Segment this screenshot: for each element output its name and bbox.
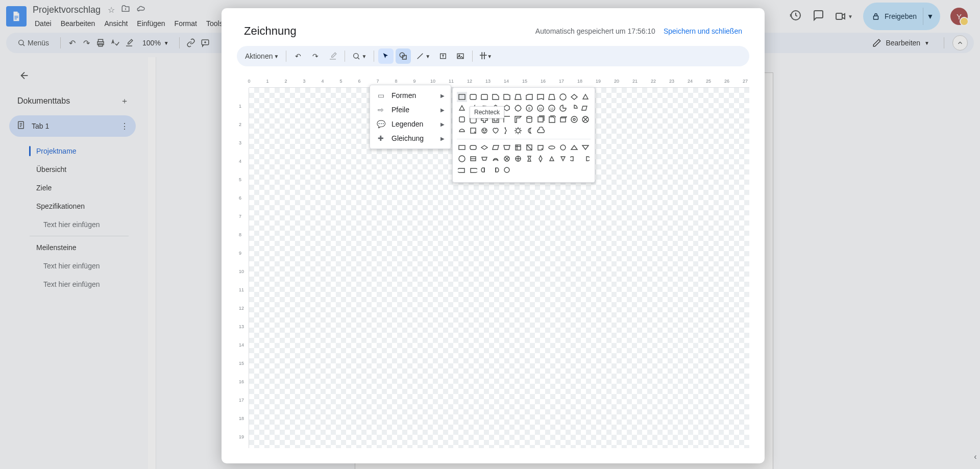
- shape-option[interactable]: [513, 154, 523, 164]
- shape-category-pfeile[interactable]: ⇨ Pfeile ▶: [370, 103, 451, 117]
- editing-mode[interactable]: Bearbeiten ▼: [866, 35, 936, 51]
- shape-option[interactable]: [502, 126, 512, 136]
- shape-option[interactable]: [468, 154, 478, 164]
- shape-option[interactable]: 8: [524, 103, 534, 113]
- shape-tool[interactable]: [396, 48, 411, 64]
- shape-option[interactable]: [468, 142, 478, 153]
- shape-option[interactable]: [558, 142, 568, 153]
- shape-option[interactable]: [569, 114, 579, 125]
- outline-item-projektname[interactable]: Projektname: [6, 142, 139, 160]
- shape-option[interactable]: [535, 92, 546, 102]
- undo-button[interactable]: ↶: [67, 38, 77, 48]
- move-icon[interactable]: [121, 4, 130, 15]
- shape-option[interactable]: [491, 165, 501, 175]
- outline-item-spez[interactable]: Spezifikationen: [6, 197, 139, 215]
- shape-option[interactable]: [580, 103, 591, 113]
- shape-option[interactable]: [457, 142, 467, 153]
- shape-option[interactable]: [491, 92, 501, 102]
- shape-option[interactable]: [558, 103, 568, 113]
- shape-option[interactable]: [535, 114, 546, 125]
- shape-option[interactable]: [491, 126, 501, 136]
- outline-item-t1[interactable]: Text hier einfügen: [6, 215, 139, 234]
- comments-icon[interactable]: [812, 9, 824, 23]
- shape-option[interactable]: [479, 142, 489, 153]
- insert-comment-button[interactable]: [200, 38, 210, 48]
- shape-option[interactable]: [535, 142, 546, 153]
- shape-option[interactable]: [468, 165, 478, 175]
- paint-format-button[interactable]: [124, 38, 134, 48]
- save-and-close-button[interactable]: Speichern und schließen: [664, 27, 742, 35]
- meet-icon[interactable]: ▼: [835, 10, 853, 22]
- shape-option[interactable]: [524, 92, 534, 102]
- shape-option[interactable]: [524, 126, 534, 136]
- outline-item-ziele[interactable]: Ziele: [6, 179, 139, 197]
- drawing-zoom-button[interactable]: ▼: [349, 48, 370, 64]
- shape-option[interactable]: [580, 114, 591, 125]
- shape-option[interactable]: [580, 154, 591, 164]
- menu-insert[interactable]: Einfügen: [133, 17, 169, 30]
- shape-option[interactable]: [547, 92, 557, 102]
- shape-option[interactable]: [479, 92, 489, 102]
- shape-option[interactable]: [457, 126, 467, 136]
- document-title[interactable]: Projektvorschlag: [31, 4, 103, 16]
- shape-option[interactable]: [524, 154, 534, 164]
- zoom-select[interactable]: 100% ▼: [138, 37, 173, 49]
- shape-option[interactable]: [513, 126, 523, 136]
- select-tool[interactable]: [378, 48, 394, 64]
- shape-option[interactable]: 10: [535, 103, 546, 113]
- sidebar-back-button[interactable]: [15, 66, 34, 85]
- shape-option[interactable]: [558, 114, 568, 125]
- star-icon[interactable]: ☆: [108, 5, 115, 15]
- account-avatar[interactable]: Y: [950, 8, 968, 25]
- side-panel-toggle[interactable]: ‹: [971, 57, 980, 469]
- shape-option[interactable]: [502, 154, 512, 164]
- shape-option[interactable]: [513, 114, 523, 125]
- shape-option[interactable]: [491, 142, 501, 153]
- shape-option[interactable]: [524, 114, 534, 125]
- shape-option[interactable]: [513, 92, 523, 102]
- shape-option[interactable]: [457, 154, 467, 164]
- line-tool[interactable]: ▼: [413, 48, 433, 64]
- redo-button[interactable]: ↷: [81, 38, 91, 48]
- shape-option[interactable]: [479, 165, 489, 175]
- shape-option[interactable]: [457, 114, 467, 125]
- shape-option[interactable]: [468, 126, 478, 136]
- shape-category-formen[interactable]: ▭ Formen ▶: [370, 88, 451, 103]
- shape-option[interactable]: [479, 154, 489, 164]
- add-tab-button[interactable]: ＋: [117, 94, 132, 108]
- history-icon[interactable]: [790, 9, 802, 23]
- drawing-redo-button[interactable]: ↷: [308, 48, 323, 64]
- more-tools[interactable]: 卄▼: [477, 48, 495, 64]
- menu-view[interactable]: Ansicht: [100, 17, 132, 30]
- shape-option[interactable]: [457, 103, 467, 113]
- outline-item-uebersicht[interactable]: Übersicht: [6, 160, 139, 179]
- actions-menu[interactable]: Aktionen▼: [242, 48, 282, 64]
- shape-option[interactable]: [535, 126, 546, 136]
- textbox-tool[interactable]: [435, 48, 451, 64]
- shape-option[interactable]: [457, 92, 467, 102]
- outline-item-t2[interactable]: Text hier einfügen: [6, 257, 139, 275]
- image-tool[interactable]: [453, 48, 468, 64]
- drawing-undo-button[interactable]: ↶: [290, 48, 306, 64]
- document-tab[interactable]: Tab 1 ⋮: [9, 115, 136, 137]
- shape-option[interactable]: [547, 114, 557, 125]
- shape-option[interactable]: [468, 92, 478, 102]
- shape-option[interactable]: [535, 154, 546, 164]
- menu-format[interactable]: Format: [170, 17, 201, 30]
- outline-item-t3[interactable]: Text hier einfügen: [6, 275, 139, 293]
- spellcheck-button[interactable]: [110, 38, 120, 48]
- shape-option[interactable]: [580, 92, 591, 102]
- shape-option[interactable]: [547, 154, 557, 164]
- shape-option[interactable]: [491, 154, 501, 164]
- insert-link-button[interactable]: [186, 38, 196, 48]
- shape-option[interactable]: [524, 142, 534, 153]
- shape-option[interactable]: [558, 92, 568, 102]
- shape-option[interactable]: [502, 165, 512, 175]
- shape-option[interactable]: [479, 126, 489, 136]
- shape-option[interactable]: [547, 142, 557, 153]
- collapse-toolbar-button[interactable]: [952, 35, 968, 51]
- tab-more-icon[interactable]: ⋮: [120, 121, 129, 131]
- share-button[interactable]: Freigeben ▼: [863, 3, 940, 30]
- shape-option[interactable]: [457, 165, 467, 175]
- shape-option[interactable]: [569, 103, 579, 113]
